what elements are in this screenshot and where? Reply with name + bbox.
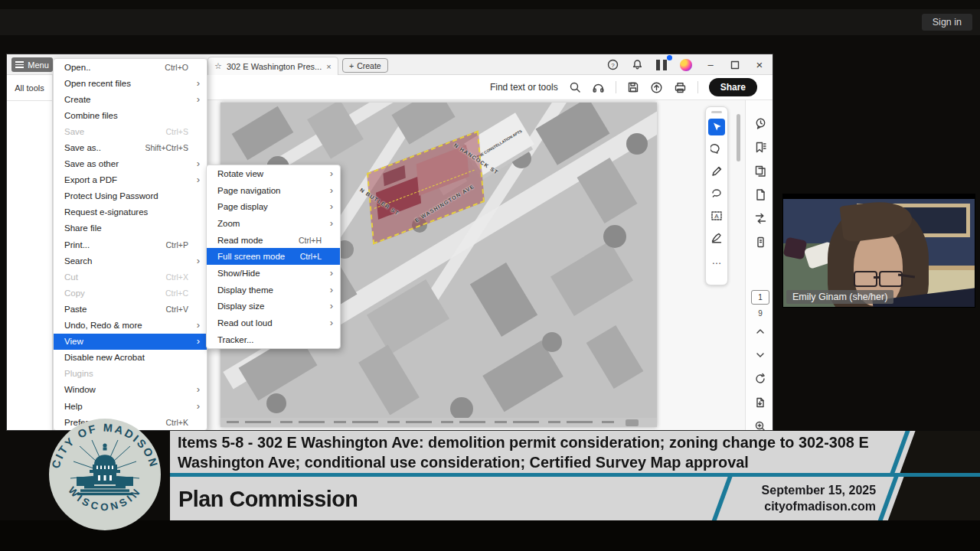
menu-item-open-recent-files[interactable]: Open recent files (54, 75, 207, 91)
bookmarks-panel-icon[interactable] (751, 138, 769, 156)
print-icon[interactable] (674, 81, 687, 94)
page-number-input[interactable]: 1 (751, 290, 769, 305)
map-building (232, 106, 294, 160)
map-building (550, 241, 633, 316)
menu-item-display-size[interactable]: Display size (207, 298, 340, 315)
menu-item-show-hide[interactable]: Show/Hide (207, 265, 340, 282)
menu-item-protect-using-password[interactable]: Protect Using Password (54, 188, 207, 204)
star-icon: ☆ (214, 61, 222, 71)
rotate-page-icon[interactable] (751, 370, 769, 388)
menu-item-tracker[interactable]: Tracker... (207, 331, 340, 348)
constellation-label: THE CONSTELLATION APTS (475, 129, 522, 159)
menu-item-cut: CutCtrl+X (54, 269, 207, 285)
tab-close-icon[interactable]: × (326, 62, 331, 71)
menu-item-export-a-pdf[interactable]: Export a PDF (54, 172, 207, 188)
menu-item-open[interactable]: Open..Ctrl+O (54, 59, 207, 75)
menu-item-rotate-view[interactable]: Rotate view (207, 165, 340, 182)
toolbar-separator (616, 81, 616, 93)
participant-name-tag: Emily Ginam (she/her) (786, 290, 893, 304)
toolbar-separator (697, 81, 698, 93)
all-tools-button[interactable]: All tools (7, 75, 52, 101)
map-tree (603, 225, 626, 248)
help-icon[interactable]: ? (604, 57, 621, 73)
create-label: Create (357, 61, 381, 70)
meeting-date: September 15, 2025 (762, 482, 876, 498)
menu-item-share-file[interactable]: Share file (54, 220, 207, 236)
search-icon[interactable] (569, 81, 581, 93)
menu-item-combine-files[interactable]: Combine files (54, 107, 207, 123)
draw-lasso-tool[interactable] (708, 185, 725, 202)
palette-drag-handle[interactable] (711, 111, 722, 113)
dark-pillow (783, 236, 807, 259)
page-thumbnails-icon[interactable] (751, 161, 769, 180)
webcam-overlay: Emily Ginam (she/her) (782, 194, 975, 308)
extract-pages-icon[interactable] (751, 393, 769, 412)
teal-slash (710, 477, 733, 520)
menu-item-search[interactable]: Search (54, 253, 207, 269)
meeting-top-bar (0, 9, 980, 35)
topic-line-1: Items 5-8 - 302 E Washington Ave: demoli… (178, 432, 869, 452)
menu-item-help[interactable]: Help (54, 398, 207, 414)
apps-grid-icon[interactable] (653, 57, 670, 73)
sign-in-button[interactable]: Sign in (922, 14, 972, 31)
menu-item-request-e-signatures[interactable]: Request e-signatures (54, 204, 207, 220)
map-tree (542, 332, 562, 352)
add-text-box-tool[interactable]: A (708, 207, 725, 224)
menu-item-disable-new-acrobat[interactable]: Disable new Acrobat (54, 350, 207, 366)
map-building (358, 345, 420, 416)
zoom-in-icon[interactable] (751, 417, 769, 431)
hamburger-icon (15, 61, 24, 68)
document-tab[interactable]: ☆ 302 E Washington Pres... × (207, 57, 338, 75)
close-window-icon[interactable]: × (751, 57, 768, 73)
menu-item-page-navigation[interactable]: Page navigation (207, 182, 340, 199)
svg-text:A: A (714, 213, 719, 220)
select-tool[interactable] (708, 119, 725, 135)
notification-dot (667, 55, 672, 60)
window-controls: ? – × (604, 54, 768, 75)
menu-item-save-as[interactable]: Save as..Shift+Ctrl+S (54, 139, 207, 155)
tags-panel-icon[interactable] (751, 233, 769, 251)
previous-page-chevron-icon[interactable] (751, 322, 769, 341)
attachments-page-icon[interactable] (751, 185, 769, 204)
lower-third-title-bar: Plan Commission September 15, 2025 cityo… (170, 477, 980, 520)
page-total: 9 (758, 309, 763, 318)
menu-item-read-mode[interactable]: Read modeCtrl+H (207, 232, 340, 249)
find-text-label[interactable]: Find text or tools (490, 82, 558, 93)
menu-item-paste[interactable]: PasteCtrl+V (54, 301, 207, 317)
menu-item-create[interactable]: Create (54, 91, 207, 107)
menu-item-read-out-loud[interactable]: Read out loud (207, 315, 340, 331)
share-button[interactable]: Share (709, 78, 757, 96)
comments-panel-icon[interactable] (751, 114, 769, 132)
menu-item-zoom[interactable]: Zoom (207, 215, 340, 232)
highlight-pencil-tool[interactable] (708, 163, 725, 180)
quick-tools-palette: A … (705, 106, 728, 285)
menu-item-page-display[interactable]: Page display (207, 198, 340, 215)
menu-button[interactable]: Menu (11, 57, 53, 72)
menu-item-save-as-other[interactable]: Save as other (54, 156, 207, 172)
organize-pages-icon[interactable] (751, 209, 769, 227)
comment-tool[interactable] (708, 141, 725, 158)
menu-item-view[interactable]: View (54, 334, 207, 350)
view-submenu: Rotate view Page navigation Page display… (206, 165, 341, 349)
minimize-icon[interactable]: – (702, 57, 719, 73)
notifications-bell-icon[interactable] (629, 57, 645, 73)
more-tools-ellipsis[interactable]: … (708, 252, 725, 269)
menu-item-undo-redo-more[interactable]: Undo, Redo & more (54, 318, 207, 334)
menu-button-label: Menu (28, 60, 49, 70)
footer-widget (626, 419, 639, 426)
lower-third-topic-bar: Items 5-8 - 302 E Washington Ave: demoli… (170, 431, 980, 473)
viewer-scrollbar-thumb[interactable] (737, 114, 740, 161)
right-rail: 1 9 (746, 100, 773, 431)
save-icon[interactable] (627, 81, 639, 93)
create-tab-button[interactable]: + Create (342, 58, 388, 73)
upload-cloud-icon[interactable] (650, 81, 663, 94)
menu-item-full-screen-mode[interactable]: Full screen modeCtrl+L (207, 248, 340, 265)
maximize-icon[interactable] (727, 57, 743, 73)
fill-and-sign-tool[interactable] (708, 230, 725, 246)
menu-item-window[interactable]: Window (54, 382, 207, 398)
creative-cloud-icon[interactable] (678, 57, 694, 73)
menu-item-print[interactable]: Print...Ctrl+P (54, 236, 207, 253)
menu-item-display-theme[interactable]: Display theme (207, 282, 340, 298)
next-page-chevron-icon[interactable] (751, 346, 769, 364)
read-aloud-headphones-icon[interactable] (592, 81, 605, 94)
